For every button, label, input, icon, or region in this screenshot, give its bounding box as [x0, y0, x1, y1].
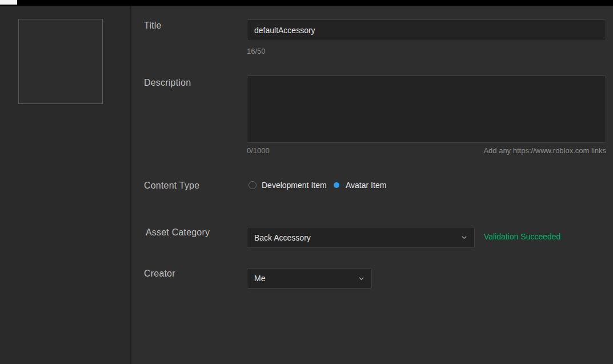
- description-label: Description: [144, 78, 191, 88]
- asset-config-form: Title 16/50 Description 0/1000 Add any h…: [131, 6, 613, 364]
- title-label: Title: [144, 21, 162, 31]
- validation-status: Validation Succeeded: [484, 232, 560, 241]
- description-char-counter: 0/1000: [247, 146, 270, 155]
- preview-panel: [0, 6, 130, 364]
- creator-value: Me: [254, 274, 265, 283]
- chevron-down-icon: [461, 234, 467, 241]
- asset-thumbnail: [18, 19, 103, 104]
- publish-asset-screen: Title 16/50 Description 0/1000 Add any h…: [0, 0, 613, 364]
- radio-avatar-item[interactable]: Avatar Item: [332, 181, 386, 190]
- asset-category-label: Asset Category: [146, 227, 210, 238]
- radio-selected-dot-icon: [334, 182, 339, 188]
- description-links-hint: Add any https://www.roblox.com links: [378, 146, 606, 155]
- creator-select[interactable]: Me: [247, 268, 372, 289]
- asset-category-select[interactable]: Back Accessory: [247, 227, 475, 248]
- content-type-label: Content Type: [144, 181, 199, 191]
- chevron-down-icon: [358, 275, 364, 282]
- radio-circle-icon: [249, 181, 257, 189]
- creator-label: Creator: [144, 269, 175, 279]
- title-input[interactable]: [247, 19, 606, 41]
- window-top-bar: [0, 0, 613, 6]
- window-control-fragment: [0, 0, 17, 5]
- title-char-counter: 16/50: [247, 47, 266, 55]
- radio-avatar-item-label: Avatar Item: [346, 181, 386, 190]
- radio-development-item-label: Development Item: [262, 181, 327, 190]
- asset-category-value: Back Accessory: [254, 233, 311, 242]
- description-input[interactable]: [247, 75, 606, 143]
- radio-development-item[interactable]: Development Item: [249, 181, 327, 190]
